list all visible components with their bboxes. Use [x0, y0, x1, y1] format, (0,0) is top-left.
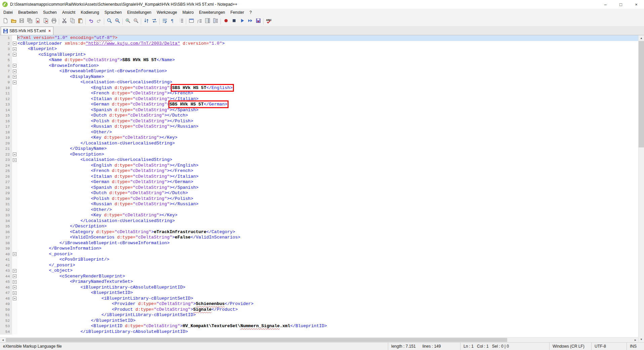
code-line-text[interactable]: <Spanish d:type="cDeltaString"></Spanish…	[17, 185, 638, 191]
code-line[interactable]: 13 <German d:type="cDeltaString">SBS HVk…	[0, 102, 638, 107]
playback-macro-button[interactable]	[238, 17, 246, 26]
code-line[interactable]: 29 <Dutch d:type="cDeltaString"></Dutch>	[0, 190, 638, 196]
fold-collapse-icon[interactable]	[13, 291, 16, 295]
minimize-button[interactable]: –	[598, 0, 613, 9]
fold-marker[interactable]	[12, 290, 17, 296]
code-line-text[interactable]: <German d:type="cDeltaString"></German>	[17, 179, 638, 185]
line-number[interactable]: 19	[0, 135, 12, 141]
fold-collapse-icon[interactable]	[13, 297, 16, 300]
line-number[interactable]: 22	[0, 152, 12, 158]
code-line[interactable]: 50 <Product d:type="cDeltaString">Signal…	[0, 307, 638, 313]
code-line-text[interactable]: <cBlueprintLoader xmlns:d="http://www.ku…	[17, 41, 638, 47]
record-macro-button[interactable]	[222, 17, 230, 26]
code-line-text[interactable]: <Name d:type="cDeltaString">SBS HVk HS 5…	[17, 57, 638, 63]
zoom-out-button[interactable]	[132, 17, 140, 26]
fold-collapse-icon[interactable]	[13, 286, 16, 289]
fold-marker[interactable]	[12, 52, 17, 58]
find-button[interactable]	[105, 17, 113, 26]
code-line-text[interactable]: <_object>	[17, 268, 638, 274]
fold-collapse-icon[interactable]	[13, 274, 16, 278]
code-line[interactable]: 23 <Localisation-cUserLocalisedString>	[0, 157, 638, 163]
code-line-text[interactable]: <German d:type="cDeltaString">SBS HVk HS…	[17, 102, 638, 107]
print-button[interactable]	[50, 17, 58, 26]
code-line-text[interactable]: <Description>	[17, 152, 638, 158]
vertical-scrollbar[interactable]: ▲ ▼	[638, 35, 644, 342]
code-line[interactable]: 26 <Italian d:type="cDeltaString"></Ital…	[0, 174, 638, 180]
code-line-text[interactable]: <Provider d:type="cDeltaString">Schienen…	[17, 301, 638, 307]
sync-horizontal-scrolling-button[interactable]	[150, 17, 158, 26]
code-line-text[interactable]: </Description>	[17, 224, 638, 229]
code-line-text[interactable]: <Italian d:type="cDeltaString"></Italian…	[17, 96, 638, 102]
code-line-text[interactable]: </iBlueprintLibrary-cBlueprintSetID>	[17, 312, 638, 318]
fold-collapse-icon[interactable]	[13, 75, 16, 79]
line-number[interactable]: 13	[0, 102, 12, 107]
code-line-text[interactable]: <Other/>	[17, 207, 638, 213]
menu-item-help[interactable]: ?	[247, 9, 254, 16]
tab-close-icon[interactable]: ×	[48, 29, 51, 33]
menu-item-fenster[interactable]: Fenster	[228, 9, 247, 16]
code-line[interactable]: 22 <Description>	[0, 152, 638, 158]
code-line[interactable]: 40 <_posori>	[0, 252, 638, 257]
fold-marker[interactable]	[12, 157, 17, 163]
code-line-text[interactable]: <Product d:type="cDeltaString">Signale</…	[17, 307, 638, 313]
code-line-text[interactable]: </BrowseInformation>	[17, 246, 638, 252]
status-eol-format[interactable]: Windows (CR LF)	[549, 343, 591, 350]
line-number[interactable]: 31	[0, 202, 12, 207]
show-indent-guide-button[interactable]	[177, 17, 185, 26]
status-insert-mode[interactable]: INS	[627, 343, 644, 350]
line-number[interactable]: 45	[0, 279, 12, 285]
line-number[interactable]: 37	[0, 235, 12, 240]
code-line[interactable]: 34 </Localisation-cUserLocalisedString>	[0, 218, 638, 224]
document-map-button[interactable]	[203, 17, 211, 26]
code-line-text[interactable]: <Russian d:type="cDeltaString"></Russian…	[17, 124, 638, 130]
code-line-text[interactable]: <Spanish d:type="cDeltaString"></Spanish…	[17, 107, 638, 113]
fold-marker[interactable]	[12, 74, 17, 80]
menu-item-erweiterungen[interactable]: Erweiterungen	[196, 9, 228, 16]
fold-collapse-icon[interactable]	[13, 152, 16, 156]
code-line[interactable]: 21 </DisplayName>	[0, 146, 638, 152]
line-number[interactable]: 41	[0, 257, 12, 263]
menu-item-makro[interactable]: Makro	[180, 9, 196, 16]
code-line[interactable]: 24 <English d:type="cDeltaString"></Engl…	[0, 163, 638, 169]
fold-collapse-icon[interactable]	[13, 81, 16, 84]
code-line[interactable]: 35 </Description>	[0, 224, 638, 229]
code-line[interactable]: 48 <iBlueprintLibrary-cBlueprintSetID>	[0, 296, 638, 302]
line-number[interactable]: 7	[0, 69, 12, 74]
fold-collapse-icon[interactable]	[13, 269, 16, 273]
code-line[interactable]: 45 <PrimaryNamedTextureSet>	[0, 279, 638, 285]
fold-marker[interactable]	[12, 41, 17, 47]
maximize-button[interactable]: □	[613, 0, 629, 9]
run-macro-multiple-times-button[interactable]	[246, 17, 254, 26]
code-line-text[interactable]: </Localisation-cUserLocalisedString>	[17, 141, 638, 146]
code-line[interactable]: 49 <Provider d:type="cDeltaString">Schie…	[0, 301, 638, 307]
save-all-button[interactable]	[26, 17, 34, 26]
scroll-left-icon[interactable]: ◄	[0, 338, 6, 342]
code-line-text[interactable]: <Italian d:type="cDeltaString"></Italian…	[17, 174, 638, 180]
horizontal-scrollbar-thumb[interactable]	[6, 338, 507, 342]
code-line[interactable]: 20 </Localisation-cUserLocalisedString>	[0, 141, 638, 146]
fold-collapse-icon[interactable]	[13, 42, 16, 45]
code-line-text[interactable]: <Category d:type="cDeltaString">eTrackIn…	[17, 229, 638, 235]
code-line-text[interactable]: <Other/>	[17, 130, 638, 135]
code-line[interactable]: 9 <Localisation-cUserLocalisedString>	[0, 80, 638, 85]
code-line[interactable]: 51 </iBlueprintLibrary-cBlueprintSetID>	[0, 312, 638, 318]
paste-button[interactable]	[76, 17, 84, 26]
code-line[interactable]: 53 <BlueprintID d:type="cDeltaString">HV…	[0, 323, 638, 329]
code-line[interactable]: 36 <Category d:type="cDeltaString">eTrac…	[0, 229, 638, 235]
code-line[interactable]: 16 <Polish d:type="cDeltaString"></Polis…	[0, 119, 638, 124]
line-number[interactable]: 48	[0, 296, 12, 302]
copy-button[interactable]	[68, 17, 76, 26]
fold-marker[interactable]	[12, 63, 17, 69]
line-number[interactable]: 43	[0, 268, 12, 274]
function-list-button[interactable]: ƒ	[195, 17, 203, 26]
fold-collapse-icon[interactable]	[13, 64, 16, 68]
code-line-text[interactable]: <Localisation-cUserLocalisedString>	[17, 80, 638, 85]
code-line[interactable]: 4 <cSignalBlueprint>	[0, 52, 638, 58]
code-line-text[interactable]: <French d:type="cDeltaString"></French>	[17, 168, 638, 174]
code-line-text[interactable]: <BlueprintSetID>	[17, 290, 638, 296]
code-line[interactable]: 10 <English d:type="cDeltaString">SBS HV…	[0, 85, 638, 91]
fold-collapse-icon[interactable]	[13, 53, 16, 56]
line-number[interactable]: 21	[0, 146, 12, 152]
code-line-text[interactable]: <PrimaryNamedTextureSet>	[17, 279, 638, 285]
line-number[interactable]: 53	[0, 323, 12, 329]
